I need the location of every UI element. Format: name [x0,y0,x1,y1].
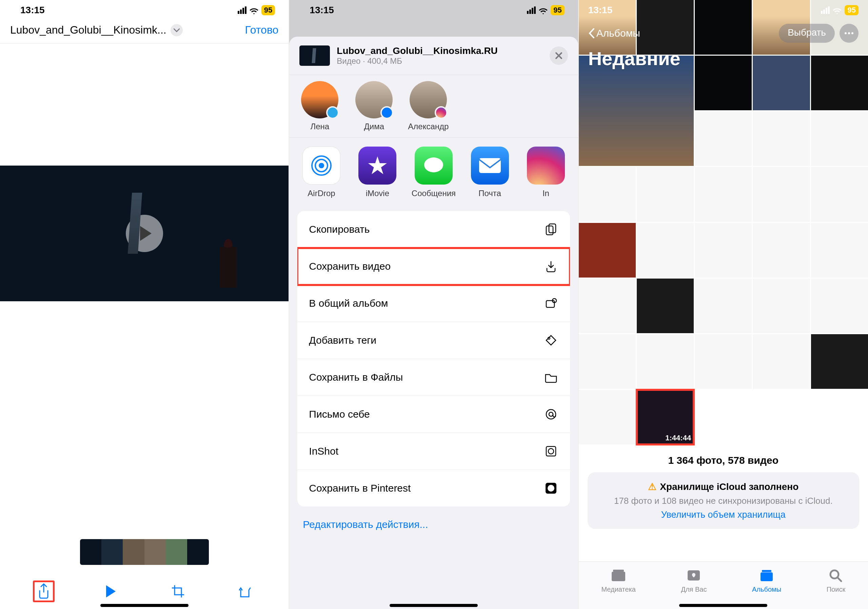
folder-icon [544,370,558,385]
share-button[interactable] [33,581,54,602]
search-icon [827,568,844,583]
action-label: Сохранить в Файлы [309,371,403,383]
action-add-tags[interactable]: Добавить теги [298,322,570,359]
media-count: 1 364 фото, 578 видео [579,455,868,466]
tab-search[interactable]: Поиск [827,568,845,593]
play-button[interactable] [100,581,122,602]
share-app-mail[interactable]: Почта [468,146,512,198]
cell-signal-icon [821,6,830,14]
tab-label: Альбомы [752,586,781,593]
instagram-badge-icon [435,106,448,119]
svg-point-18 [851,32,853,34]
battery-indicator: 95 [261,5,275,15]
svg-point-10 [546,410,556,419]
rotate-button[interactable] [234,581,256,602]
action-mail-self[interactable]: Письмо себе [298,396,570,433]
home-indicator[interactable] [390,604,478,607]
library-icon [610,568,627,583]
album-title: Недавние [588,48,859,70]
more-button[interactable] [840,24,859,43]
action-label: InShot [309,446,338,457]
status-bar: 13:15 95 [0,0,288,20]
action-label: Добавить теги [309,334,377,346]
svg-point-17 [848,32,850,34]
copy-icon [544,222,558,237]
close-button[interactable] [550,47,568,65]
svg-point-16 [845,32,846,34]
action-inshot[interactable]: InShot [298,433,570,470]
action-copy[interactable]: Скопировать [298,211,570,248]
video-scrubber[interactable] [80,539,209,565]
warning-icon: ⚠︎ [648,481,656,492]
file-title: Lubov_and_Golubi__Kinosimk... [10,24,166,36]
svg-point-11 [549,412,553,416]
at-sign-icon [544,407,558,422]
video-thumbnail-highlighted[interactable]: 1:44:44 [637,390,694,444]
action-label: Письмо себе [309,409,370,420]
tab-library[interactable]: Медиатека [601,568,636,593]
tab-bar: Медиатека Для Вас Альбомы Поиск [579,561,868,609]
app-label: Почта [478,189,501,198]
albums-icon [758,568,775,583]
tab-albums[interactable]: Альбомы [752,568,781,593]
icloud-full-banner: ⚠︎ Хранилище iCloud заполнено 178 фото и… [587,472,859,529]
crop-button[interactable] [167,581,189,602]
action-label: В общий альбом [309,298,388,309]
back-label: Альбомы [597,28,640,39]
tab-foryou[interactable]: Для Вас [681,568,707,593]
battery-indicator: 95 [551,5,564,15]
action-save-files[interactable]: Сохранить в Файлы [298,359,570,396]
home-indicator[interactable] [100,604,189,607]
wifi-icon [832,6,842,14]
share-file-name: Lubov_and_Golubi__Kinosimka.RU [337,45,498,56]
video-preview[interactable] [0,166,288,301]
action-label: Сохранить в Pinterest [309,482,411,494]
pinterest-icon [544,481,558,496]
icloud-upgrade-link[interactable]: Увеличить объем хранилища [598,510,849,520]
telegram-badge-icon [326,106,339,119]
cell-signal-icon [238,6,246,14]
svg-point-0 [319,163,324,168]
done-button[interactable]: Готово [245,24,279,36]
instagram-icon [527,146,565,185]
share-contact[interactable]: Александр [408,81,449,131]
edit-actions-link[interactable]: Редактировать действия... [289,511,578,538]
status-time: 13:15 [310,5,334,16]
svg-point-3 [424,157,443,172]
action-pinterest[interactable]: Сохранить в Pinterest [298,470,570,506]
action-save-video[interactable]: Сохранить видео [298,248,570,285]
select-button[interactable]: Выбрать [779,24,835,43]
status-bar: 13:15 95 [588,0,859,20]
share-app-messages[interactable]: Сообщения [412,146,456,198]
screen-3-photos-app: 1:44:44 13:15 95 Альбомы [579,0,868,609]
vk-badge-icon [380,106,393,119]
app-label: Сообщения [412,189,456,198]
back-button[interactable]: Альбомы [588,28,640,39]
action-label: Сохранить видео [309,261,391,272]
svg-rect-22 [761,572,773,581]
file-dropdown-chevron-icon[interactable] [170,24,183,36]
share-file-meta: Видео · 400,4 МБ [337,56,498,66]
bottom-toolbar [0,581,288,602]
share-app-instagram[interactable]: In [524,146,567,198]
app-label: AirDrop [307,189,335,198]
action-label: Скопировать [309,224,370,235]
share-actions-list: Скопировать Сохранить видео В общий альб… [298,211,570,506]
svg-point-9 [548,337,550,339]
share-app-airdrop[interactable]: AirDrop [299,146,343,198]
home-indicator[interactable] [679,604,767,607]
app-label: iMovie [366,189,389,198]
status-time: 13:15 [20,5,45,16]
share-contact[interactable]: Дима [353,81,394,131]
status-bar: 13:15 95 [289,0,578,20]
action-shared-album[interactable]: В общий альбом [298,285,570,322]
share-app-imovie[interactable]: ★ iMovie [356,146,400,198]
battery-indicator: 95 [845,5,858,15]
messages-icon [415,146,453,185]
app-label: In [542,189,549,198]
foryou-icon [685,568,702,583]
svg-rect-12 [546,446,556,456]
share-contact[interactable]: Лена [299,81,340,131]
svg-point-15 [547,485,554,492]
imovie-icon: ★ [358,146,396,185]
